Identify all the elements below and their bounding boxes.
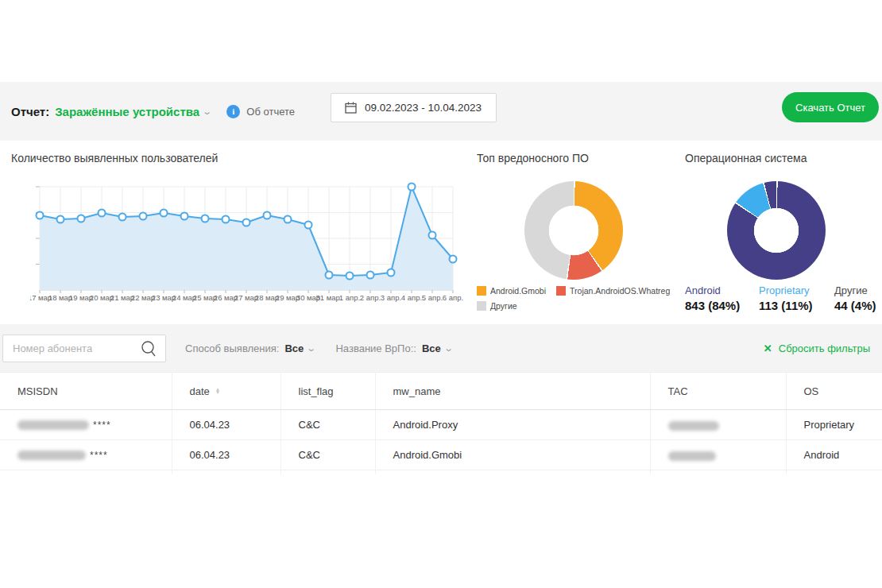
cell-msisdn: ****: [0, 440, 172, 470]
chevron-down-icon[interactable]: ⌄: [202, 106, 212, 117]
table-row: **** 06.04.23 C&C Android.Gmobi Android: [0, 440, 882, 470]
malware-name-label: Название ВрПо::: [335, 342, 416, 354]
users-chart-title: Количество выявленных пользователей: [11, 152, 218, 164]
legend-label-gmobi: Android.Gmobi: [490, 286, 546, 296]
os-chart-title: Операционная система: [685, 152, 807, 164]
os-stat-other-value: 44 (4%): [834, 299, 876, 312]
malware-chart-title: Топ вредоносного ПО: [477, 152, 589, 164]
os-stat-android-value: 843 (84%): [685, 299, 740, 312]
col-header-mw-name: mw_name: [375, 373, 650, 410]
msisdn-redacted-blob: [17, 420, 89, 430]
os-stat-proprietary-label: Proprietary: [759, 284, 834, 296]
svg-text:4 апр.: 4 апр.: [401, 293, 422, 302]
svg-text:6 апр.: 6 апр.: [443, 293, 463, 302]
charts-section: Количество выявленных пользователей 17 м…: [0, 141, 882, 324]
sort-icon[interactable]: ▲▼: [215, 388, 220, 394]
os-donut-chart: [727, 181, 826, 280]
page-top-whitespace: [0, 0, 882, 82]
malware-name-value: Все: [422, 342, 441, 354]
col-header-os: OS: [786, 373, 882, 410]
legend-swatch-whatreg: [556, 286, 566, 296]
col-header-list-flag: list_flag: [280, 373, 375, 410]
filter-dropdowns: Способ выявления: Все ⌄ Название ВрПо:: …: [185, 324, 452, 372]
cell-tac: [650, 410, 786, 440]
legend-swatch-gmobi: [477, 286, 486, 296]
about-report-link[interactable]: Об отчете: [246, 106, 295, 118]
detection-method-dropdown[interactable]: Способ выявления: Все ⌄: [185, 342, 315, 354]
malware-name-dropdown[interactable]: Название ВрПо:: Все ⌄: [335, 342, 451, 354]
msisdn-redacted-blob: [17, 451, 86, 460]
report-selector-group: Отчет: Заражённые устройства ⌄ i Об отче…: [11, 82, 295, 141]
reset-filters-button[interactable]: ✕ Сбросить фильтры: [764, 324, 870, 372]
os-stat-proprietary: Proprietary 113 (11%): [759, 284, 834, 313]
results-table: MSISDN date▲▼ list_flag mw_name TAC OS *…: [0, 372, 882, 474]
cell-os: Proprietary: [786, 410, 882, 440]
download-report-button[interactable]: Скачать Отчет: [782, 92, 879, 122]
chevron-down-icon: ⌄: [443, 343, 454, 354]
os-stat-other-label: Другие: [834, 284, 876, 296]
report-header-bar: Отчет: Заражённые устройства ⌄ i Об отче…: [0, 82, 882, 141]
report-selector[interactable]: Заражённые устройства: [55, 105, 199, 118]
table-header-row: MSISDN date▲▼ list_flag mw_name TAC OS: [0, 373, 882, 410]
os-stat-proprietary-value: 113 (11%): [759, 299, 813, 312]
detection-method-value: Все: [284, 342, 304, 354]
msisdn-mask-suffix: ****: [93, 420, 111, 431]
svg-text:2 апр.: 2 апр.: [360, 293, 381, 302]
cell-date: 06.04.23: [172, 440, 280, 470]
os-stat-other: Другие 44 (4%): [834, 284, 876, 313]
cell-list-flag: C&C: [280, 440, 375, 470]
legend-item-whatreg: Trojan.AndroidOS.Whatreg: [556, 286, 670, 296]
tac-redacted-blob: [668, 451, 716, 461]
legend-item-other: Другие: [477, 301, 517, 311]
col-header-date[interactable]: date▲▼: [172, 373, 280, 410]
msisdn-mask-suffix: ****: [90, 450, 108, 461]
cell-tac: [650, 440, 786, 470]
calendar-icon: [345, 102, 357, 114]
cell-list-flag: C&C: [280, 410, 375, 440]
subscriber-search-input[interactable]: [3, 335, 138, 362]
date-range-value: 09.02.2023 - 10.04.2023: [365, 102, 482, 114]
cell-date: 06.04.23: [172, 410, 280, 440]
date-range-picker[interactable]: 09.02.2023 - 10.04.2023: [331, 93, 497, 122]
tac-redacted-blob: [668, 421, 719, 431]
reset-filters-label: Сбросить фильтры: [779, 342, 870, 354]
malware-legend: Android.Gmobi Trojan.AndroidOS.Whatreg Д…: [477, 286, 680, 316]
legend-label-whatreg: Trojan.AndroidOS.Whatreg: [570, 286, 670, 296]
table-row: **** 06.04.23 C&C Android.Proxy Propriet…: [0, 410, 882, 440]
filters-bar: Способ выявления: Все ⌄ Название ВрПо:: …: [0, 324, 882, 372]
os-stats: Android 843 (84%) Proprietary 113 (11%) …: [685, 284, 876, 313]
results-table-section: MSISDN date▲▼ list_flag mw_name TAC OS *…: [0, 372, 882, 474]
col-header-msisdn: MSISDN: [0, 373, 172, 410]
malware-donut-chart: [524, 181, 623, 280]
detection-method-label: Способ выявления:: [185, 342, 279, 354]
legend-swatch-other: [477, 301, 486, 311]
legend-item-gmobi: Android.Gmobi: [477, 286, 546, 296]
cell-msisdn: ****: [0, 410, 172, 440]
svg-text:5 апр.: 5 апр.: [422, 293, 443, 302]
subscriber-search-box: [2, 335, 166, 362]
info-icon[interactable]: i: [226, 105, 240, 118]
search-icon[interactable]: [140, 340, 157, 358]
cell-mw-name: Android.Gmobi: [375, 440, 650, 470]
svg-text:3 апр.: 3 апр.: [381, 293, 401, 302]
os-stat-android-label: Android: [685, 284, 759, 296]
cell-os: Android: [786, 440, 882, 470]
legend-label-other: Другие: [490, 301, 517, 311]
chevron-down-icon: ⌄: [306, 343, 316, 354]
svg-text:31 мар.: 31 мар.: [316, 293, 342, 302]
table-row-cut: [0, 470, 882, 474]
close-icon: ✕: [764, 342, 772, 354]
os-stat-android: Android 843 (84%): [685, 284, 759, 313]
report-label: Отчет:: [11, 105, 49, 118]
users-line-chart-svg: 17 мар18 мар19 мар20 мар21 мар22 мар23 м…: [30, 179, 463, 306]
svg-text:1 апр.: 1 апр.: [339, 293, 360, 302]
col-header-tac: TAC: [650, 373, 786, 410]
cell-mw-name: Android.Proxy: [375, 410, 650, 440]
